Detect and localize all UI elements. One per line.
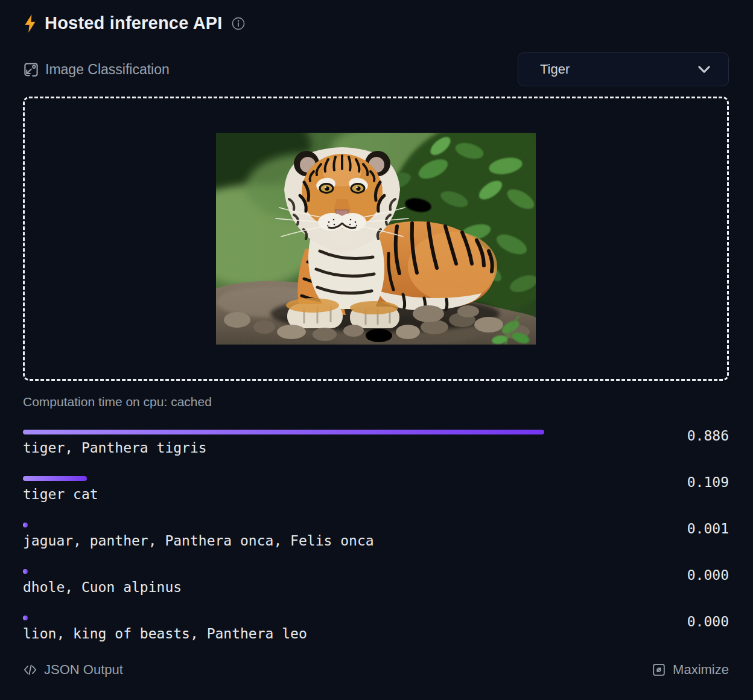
result-row: jaguar, panther, Panthera onca, Felis on… [23, 523, 729, 549]
image-dropzone[interactable] [23, 97, 729, 381]
widget-header: Hosted inference API [23, 13, 729, 33]
result-score: 0.000 [644, 567, 729, 595]
result-score: 0.109 [644, 474, 729, 502]
chevron-down-icon [696, 61, 713, 78]
result-bar [23, 476, 87, 481]
example-select-value: Tiger [540, 62, 696, 77]
result-bar [23, 569, 28, 574]
info-icon[interactable] [231, 16, 246, 31]
example-select[interactable]: Tiger [518, 52, 729, 86]
result-bar [23, 523, 28, 527]
tiger-photo [216, 133, 536, 345]
result-label: tiger cat [23, 486, 611, 502]
lightning-bolt-icon [23, 14, 37, 33]
image-classification-icon [23, 62, 39, 78]
maximize-label: Maximize [673, 662, 729, 678]
widget-title: Hosted inference API [45, 13, 223, 33]
result-bar-track: jaguar, panther, Panthera onca, Felis on… [23, 523, 644, 549]
result-bar-track: tiger cat [23, 476, 644, 502]
result-label: tiger, Panthera tigris [23, 440, 611, 456]
result-row: dhole, Cuon alpinus 0.000 [23, 569, 729, 595]
json-output-label: JSON Output [44, 662, 123, 678]
classification-results: tiger, Panthera tigris 0.886 tiger cat 0… [23, 430, 729, 641]
result-label: jaguar, panther, Panthera onca, Felis on… [23, 533, 611, 549]
computation-time: Computation time on cpu: cached [23, 395, 729, 409]
task-label: Image Classification [45, 62, 170, 78]
result-row: lion, king of beasts, Panthera leo 0.000 [23, 616, 729, 641]
result-bar-track: lion, king of beasts, Panthera leo [23, 616, 644, 641]
result-label: dhole, Cuon alpinus [23, 579, 611, 595]
widget-footer: JSON Output Maximize [23, 662, 729, 678]
result-bar-track: tiger, Panthera tigris [23, 430, 644, 456]
result-row: tiger cat 0.109 [23, 476, 729, 502]
result-bar [23, 430, 544, 434]
result-label: lion, king of beasts, Panthera leo [23, 626, 611, 641]
result-bar-track: dhole, Cuon alpinus [23, 569, 644, 595]
result-score: 0.886 [644, 428, 729, 456]
json-output-button[interactable]: JSON Output [23, 662, 123, 678]
inference-widget: Hosted inference API Image Classificatio… [0, 0, 753, 678]
code-icon [23, 663, 37, 677]
result-score: 0.001 [644, 521, 729, 549]
result-row: tiger, Panthera tigris 0.886 [23, 430, 729, 456]
maximize-icon [652, 663, 666, 677]
result-bar [23, 616, 28, 620]
maximize-button[interactable]: Maximize [652, 662, 729, 678]
task-row: Image Classification Tiger [23, 52, 729, 86]
result-score: 0.000 [644, 614, 729, 641]
